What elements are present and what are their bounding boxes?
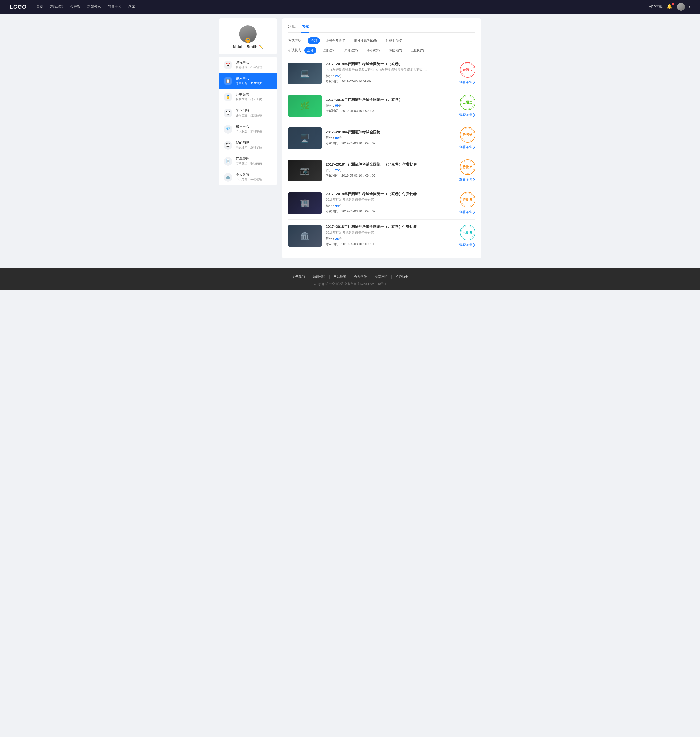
menu-title-question: 题库中心 <box>236 77 262 81</box>
exam-score: 得分：99分 <box>326 103 443 108</box>
exam-thumbnail <box>288 62 322 84</box>
exam-time: 考试时间：2019-05-03 10:09:09 <box>326 79 443 84</box>
sidebar-item-settings[interactable]: ⚙️ 个人设置 个人信息，一键管理 <box>219 169 277 185</box>
nav-link[interactable]: 题库 <box>128 4 135 9</box>
user-menu-chevron-icon[interactable]: ▾ <box>689 5 690 9</box>
exam-time: 考试时间：2019-05-03 10：09：09 <box>326 109 443 113</box>
exam-detail-link[interactable]: 查看详情 ❯ <box>459 145 475 149</box>
exam-action: 待批阅 查看详情 ❯ <box>446 192 475 214</box>
footer-link[interactable]: 招贤纳士 <box>391 275 412 279</box>
exam-info: 2017–2018年行测证件考试全国统一 得分：99分 考试时间：2019-05… <box>326 130 443 146</box>
nav-links: 首页发现课程公开课新闻资讯问答社区题库... <box>36 4 649 9</box>
exam-title: 2017–2018年行测证件考试全国统一（北京卷）付费批卷 <box>326 224 443 229</box>
sidebar-item-qa[interactable]: 💬 学习问答 课后重温，疑难解答 <box>219 105 277 121</box>
exam-score-value: 25 <box>335 168 338 172</box>
nav-link[interactable]: 首页 <box>36 4 43 9</box>
exam-detail-link[interactable]: 查看详情 ❯ <box>459 243 475 247</box>
tab-考试[interactable]: 考试 <box>301 24 309 32</box>
avatar: 🏅 <box>239 25 257 43</box>
certificate-icon: 🏅 <box>224 93 232 102</box>
sidebar-item-order[interactable]: 📄 订单管理 订单支出，明明白白 <box>219 153 277 169</box>
exam-thumbnail <box>288 225 322 247</box>
tab-题库[interactable]: 题库 <box>288 24 296 32</box>
exam-status-stamp: 已批阅 <box>460 225 475 240</box>
exam-action: 已批阅 查看详情 ❯ <box>446 225 475 247</box>
menu-title-certificate: 证书荣誉 <box>236 93 262 97</box>
exam-type-filter[interactable]: 付费批卷(6) <box>383 37 405 44</box>
exam-action: 待考试 查看详情 ❯ <box>446 127 475 149</box>
nav-right: APP下载 🔔 ▾ <box>649 3 690 11</box>
exam-score: 得分：25分 <box>326 74 443 78</box>
main-tabs: 题库考试 <box>288 24 475 32</box>
exam-action: 未通过 查看详情 ❯ <box>446 62 475 84</box>
exam-type-filter[interactable]: 全部 <box>308 37 320 44</box>
app-download-link[interactable]: APP下载 <box>649 4 663 9</box>
edit-profile-icon[interactable]: ✏️ <box>259 45 263 49</box>
sidebar-item-question[interactable]: 📋 题库中心 海量习题，助力通关 <box>219 73 277 89</box>
exam-status-filter[interactable]: 全部 <box>304 47 316 53</box>
sidebar-item-account[interactable]: 💎 账户中心 个人权益，实时掌握 <box>219 121 277 137</box>
exam-score-value: 25 <box>335 237 338 240</box>
exam-type-filter[interactable]: 证书类考试(4) <box>323 37 348 44</box>
user-avatar[interactable] <box>677 3 685 11</box>
main-content: 题库考试 考试类型： 全部证书类考试(4)随机抽题考试(5)付费批卷(6) 考试… <box>282 19 481 258</box>
exam-type-filter[interactable]: 随机抽题考试(5) <box>351 37 380 44</box>
nav-link[interactable]: 新闻资讯 <box>87 4 101 9</box>
exam-status-filter[interactable]: 待批阅(2) <box>386 47 405 53</box>
exam-action: 已通过 查看详情 ❯ <box>446 94 475 117</box>
footer-link[interactable]: 网站地图 <box>329 275 350 279</box>
exam-info: 2017–2018年行测证件考试全国统一（北京卷）付费批卷 得分：25分 考试时… <box>326 162 443 179</box>
exam-status-filter[interactable]: 已通过(2) <box>319 47 338 53</box>
exam-thumbnail <box>288 160 322 181</box>
exam-type-label: 考试类型： <box>288 38 305 43</box>
nav-link[interactable]: 发现课程 <box>50 4 63 9</box>
exam-list: 2017–2018年行测证件考试全国统一（北京卷） 2018年行测考试是最值得多… <box>288 57 475 252</box>
navbar: LOGO 首页发现课程公开课新闻资讯问答社区题库... APP下载 🔔 ▾ <box>0 0 700 13</box>
account-icon: 💎 <box>224 125 232 134</box>
exam-score-value: 25 <box>335 74 338 78</box>
exam-title: 2017–2018年行测证件考试全国统一（北京卷） <box>326 97 443 102</box>
menu-title-course: 课程中心 <box>236 60 262 65</box>
exam-title: 2017–2018年行测证件考试全国统一（北京卷） <box>326 62 443 66</box>
notification-dot <box>672 3 674 5</box>
notification-bell[interactable]: 🔔 <box>666 3 673 10</box>
footer-copyright: Copyright© 云朵商学院 版权所有 京ICP备17051340号-1 <box>5 282 695 286</box>
footer-link[interactable]: 合作伙伴 <box>350 275 371 279</box>
qa-icon: 💬 <box>224 109 232 118</box>
nav-link[interactable]: ... <box>142 4 145 9</box>
menu-sub-message: 消息通知，及时了解 <box>236 146 262 150</box>
nav-link[interactable]: 公开课 <box>70 4 81 9</box>
footer-link[interactable]: 关于我们 <box>288 275 309 279</box>
exam-list-item: 2017–2018年行测证件考试全国统一（北京卷） 2018年行测考试是最值得多… <box>288 57 475 90</box>
exam-score-value: 99 <box>335 204 338 208</box>
footer-link[interactable]: 加盟代理 <box>309 275 329 279</box>
exam-status-stamp: 已通过 <box>460 94 475 110</box>
avatar-badge-icon: 🏅 <box>246 38 250 43</box>
sidebar-item-message[interactable]: 💭 我的消息 消息通知，及时了解 <box>219 137 277 153</box>
exam-thumbnail <box>288 127 322 149</box>
exam-detail-link[interactable]: 查看详情 ❯ <box>459 80 475 84</box>
exam-time: 考试时间：2019-05-03 10：09：09 <box>326 209 443 214</box>
settings-icon: ⚙️ <box>224 173 232 182</box>
menu-sub-settings: 个人信息，一键管理 <box>236 178 262 182</box>
exam-status-filter[interactable]: 已批阅(2) <box>408 47 427 53</box>
sidebar-item-course[interactable]: 📅 课程中心 精彩课程，不容错过 <box>219 57 277 73</box>
exam-score: 得分：25分 <box>326 237 443 241</box>
exam-score-value: 99 <box>335 136 338 140</box>
nav-link[interactable]: 问答社区 <box>108 4 121 9</box>
exam-detail-link[interactable]: 查看详情 ❯ <box>459 113 475 117</box>
footer-link[interactable]: 免费声明 <box>371 275 391 279</box>
exam-status-filter[interactable]: 未通过(2) <box>341 47 361 53</box>
exam-status-filter[interactable]: 待考试(2) <box>363 47 383 53</box>
exam-detail-link[interactable]: 查看详情 ❯ <box>459 210 475 214</box>
exam-status-filter-row: 考试状态 全部已通过(2)未通过(2)待考试(2)待批阅(2)已批阅(2) <box>288 47 475 53</box>
exam-status-stamp: 待批阅 <box>460 192 475 208</box>
exam-score: 得分：25分 <box>326 168 443 172</box>
sidebar-item-certificate[interactable]: 🏅 证书荣誉 收获荣誉，持证上岗 <box>219 89 277 105</box>
exam-status-label: 考试状态 <box>288 48 301 53</box>
menu-sub-certificate: 收获荣誉，持证上岗 <box>236 97 262 102</box>
menu-sub-account: 个人权益，实时掌握 <box>236 130 262 134</box>
exam-status-stamp: 未通过 <box>460 62 475 78</box>
exam-detail-link[interactable]: 查看详情 ❯ <box>459 177 475 182</box>
bell-icon: 🔔 <box>666 4 672 9</box>
